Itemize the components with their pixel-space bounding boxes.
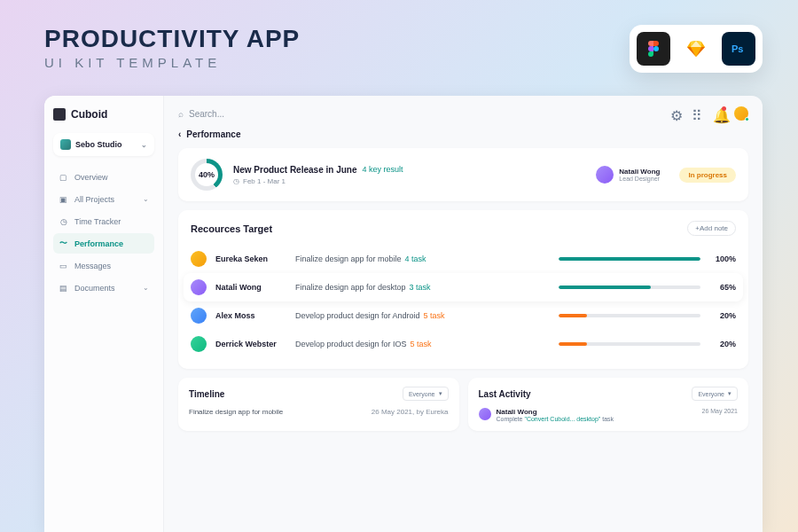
sidebar: Cuboid Sebo Studio ⌄ ▢ Overview ▣ All Pr… — [44, 96, 164, 532]
dashboard-window: Cuboid Sebo Studio ⌄ ▢ Overview ▣ All Pr… — [44, 96, 763, 532]
activity-desc: Complete "Convert Cuboid... desktop" tas… — [497, 416, 614, 422]
breadcrumb-label: Performance — [186, 129, 240, 139]
resource-row[interactable]: Eureka Seken Finalize design app for mob… — [191, 245, 736, 273]
resource-name: Natali Wong — [215, 283, 286, 292]
timeline-card: Timeline Everyone ▾ Finalize design app … — [178, 378, 459, 431]
brand-name: Cuboid — [71, 108, 107, 121]
goal-date: ◷ Feb 1 - Mar 1 — [233, 177, 403, 185]
avatar — [191, 336, 207, 352]
search-placeholder: Search... — [189, 109, 224, 119]
resource-name: Derrick Webster — [215, 340, 286, 348]
gear-icon: ⚙ — [670, 108, 683, 123]
nav-label: Messages — [74, 262, 111, 270]
apps-button[interactable]: ⠿ — [692, 107, 704, 120]
brand-logo[interactable]: Cuboid — [53, 108, 154, 121]
resource-task: Finalize design app for desktop3 task — [295, 283, 550, 292]
settings-button[interactable]: ⚙ — [670, 107, 683, 120]
goal-title: New Product Release in June — [233, 165, 357, 175]
sidebar-item-messages[interactable]: ▭ Messages — [53, 255, 154, 276]
sidebar-item-performance[interactable]: 〜 Performance — [53, 233, 154, 254]
resource-row[interactable]: Natali Wong Finalize design app for desk… — [184, 273, 743, 301]
nav-label: Documents — [74, 284, 115, 293]
progress-percent: 20% — [709, 340, 736, 348]
timeline-title: Timeline — [189, 389, 224, 399]
main-content: ⌕ Search... ⚙ ⠿ 🔔 ‹ Performance 40% New … — [164, 96, 763, 532]
briefcase-icon: ▣ — [59, 194, 68, 204]
resource-row[interactable]: Derrick Webster Develop product design f… — [191, 330, 736, 358]
breadcrumb[interactable]: ‹ Performance — [178, 129, 748, 139]
timeline-task: Finalize design app for mobile — [189, 408, 283, 416]
app-icons-group: Ps — [630, 25, 763, 73]
resource-row[interactable]: Alex Moss Develop product design for And… — [191, 301, 736, 330]
search-input[interactable]: ⌕ Search... — [178, 109, 661, 119]
resources-card: Recources Target +Add note Eureka Seken … — [178, 210, 748, 369]
sketch-icon — [679, 32, 713, 66]
activity-title: Last Activity — [479, 389, 531, 399]
goal-title-row: New Product Release in June 4 key result — [233, 165, 403, 175]
assignee-name: Natali Wong — [619, 168, 660, 176]
figma-icon — [637, 32, 670, 66]
avatar — [596, 166, 614, 184]
goal-card: 40% New Product Release in June 4 key re… — [178, 148, 748, 201]
workspace-selector[interactable]: Sebo Studio ⌄ — [53, 133, 154, 156]
chevron-down-icon: ⌄ — [143, 284, 149, 292]
nav-label: Time Tracker — [74, 217, 121, 226]
chevron-down-icon: ⌄ — [143, 195, 149, 203]
timeline-item: Finalize design app for mobile 26 May 20… — [189, 408, 449, 416]
avatar — [191, 308, 207, 324]
progress-bar — [559, 286, 700, 289]
topbar: ⌕ Search... ⚙ ⠿ 🔔 — [178, 106, 748, 121]
activity-user: Natali Wong — [497, 408, 614, 416]
activity-filter[interactable]: Everyone ▾ — [692, 387, 738, 401]
progress-percent: 20% — [709, 311, 736, 320]
sidebar-item-documents[interactable]: ▤ Documents ⌄ — [53, 278, 154, 298]
timer-icon: ◷ — [59, 216, 68, 226]
monitor-icon: ▢ — [59, 172, 68, 182]
assignee-role: Lead Designer — [619, 176, 660, 182]
notifications-button[interactable]: 🔔 — [713, 107, 725, 120]
photoshop-icon: Ps — [722, 32, 755, 66]
progress-percent: 100% — [709, 254, 736, 263]
chevron-down-icon: ▾ — [439, 390, 442, 397]
avatar — [191, 251, 207, 267]
task-count: 5 task — [424, 311, 445, 320]
workspace-name: Sebo Studio — [75, 140, 122, 149]
timeline-filter[interactable]: Everyone ▾ — [403, 387, 449, 401]
resources-title: Recources Target — [191, 223, 272, 234]
progress-percent: 65% — [709, 283, 736, 292]
avatar — [479, 408, 491, 420]
notification-dot — [722, 106, 726, 111]
sidebar-item-tracker[interactable]: ◷ Time Tracker — [53, 211, 154, 231]
goal-date-text: Feb 1 - Mar 1 — [243, 177, 286, 185]
resource-name: Eureka Seken — [215, 254, 286, 263]
resources-header: Recources Target +Add note — [191, 221, 736, 236]
resource-task: Develop product design for Android5 task — [295, 311, 550, 320]
add-note-button[interactable]: +Add note — [687, 221, 736, 236]
user-avatar[interactable] — [734, 106, 748, 121]
chart-line-icon: 〜 — [59, 239, 68, 248]
sidebar-item-projects[interactable]: ▣ All Projects ⌄ — [53, 189, 154, 209]
task-count: 5 task — [411, 340, 432, 348]
filter-label: Everyone — [698, 391, 724, 397]
progress-bar — [559, 257, 700, 261]
sidebar-item-overview[interactable]: ▢ Overview — [53, 167, 154, 187]
chevron-left-icon: ‹ — [178, 129, 181, 139]
activity-header: Last Activity Everyone ▾ — [479, 387, 739, 401]
goal-info: New Product Release in June 4 key result… — [233, 165, 403, 185]
progress-bar — [559, 314, 700, 317]
bell-icon: 🔔 — [713, 108, 731, 123]
nav-label: All Projects — [74, 195, 114, 204]
timeline-date: 26 May 2021, by Eureka — [372, 408, 449, 416]
goal-assignee: Natali Wong Lead Designer — [596, 166, 660, 184]
svg-text:Ps: Ps — [732, 43, 743, 54]
progress-bar — [559, 342, 700, 346]
key-result-link[interactable]: 4 key result — [363, 165, 403, 174]
progress-percent: 40% — [199, 170, 215, 179]
workspace-icon — [60, 139, 71, 150]
message-icon: ▭ — [59, 261, 68, 270]
nav-label: Overview — [74, 173, 108, 182]
chevron-down-icon: ⌄ — [141, 141, 147, 149]
resource-task: Finalize design app for mobile4 task — [295, 254, 550, 263]
activity-task-link[interactable]: "Convert Cuboid... desktop" — [524, 416, 600, 422]
svg-point-0 — [653, 46, 659, 51]
